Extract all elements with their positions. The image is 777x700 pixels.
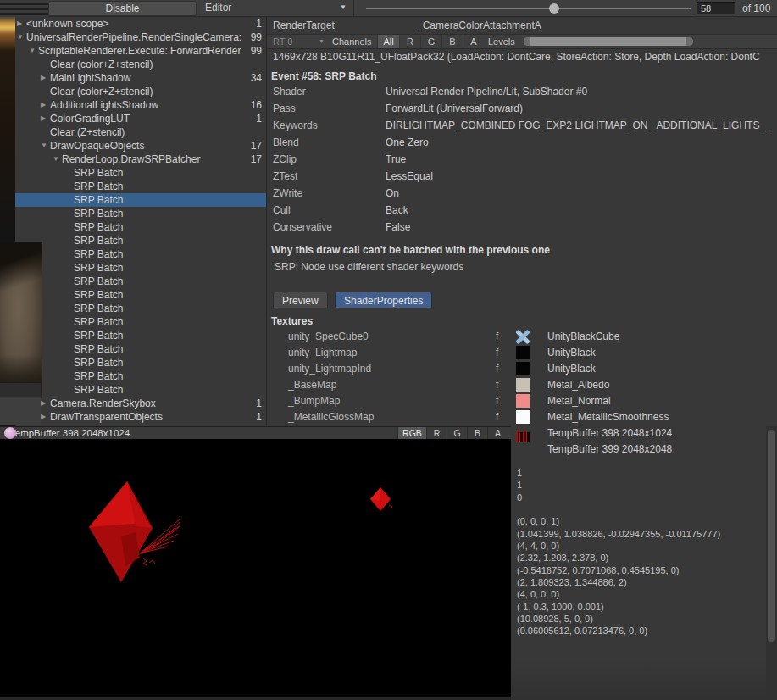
preview-channel-button-b[interactable]: B xyxy=(467,427,487,440)
state-row-conservative: ConservativeFalse xyxy=(267,221,775,235)
tab-preview[interactable]: Preview xyxy=(273,292,328,308)
tree-row[interactable]: SRP Batch xyxy=(15,302,266,315)
levels-max-handle[interactable] xyxy=(686,37,693,46)
expand-icon[interactable]: ▶ xyxy=(41,112,46,125)
tree-row[interactable]: Clear (color+Z+stencil) xyxy=(15,85,266,98)
tree-row-count: 16 xyxy=(251,98,262,112)
texture-thumbnail-icon[interactable] xyxy=(516,410,530,424)
tree-row[interactable]: ▼RenderLoop.DrawSRPBatcher17 xyxy=(15,153,266,166)
expand-icon[interactable]: ▶ xyxy=(41,397,46,410)
render-preview-viewport[interactable] xyxy=(0,439,511,697)
scrollbar-thumb[interactable] xyxy=(768,430,775,642)
state-key: Pass xyxy=(273,103,296,114)
tree-row[interactable]: ▶ColorGradingLUT1 xyxy=(15,112,266,125)
panel-fade xyxy=(511,661,777,700)
tree-row[interactable]: SRP Batch xyxy=(15,383,266,397)
tree-row-label: SRP Batch xyxy=(74,356,123,369)
collapse-icon[interactable]: ▼ xyxy=(41,139,47,153)
event-title: Event #58: SRP Batch xyxy=(271,70,377,82)
tree-row[interactable]: SRP Batch xyxy=(15,329,266,342)
tab-shaderproperties[interactable]: ShaderProperties xyxy=(335,292,432,308)
channel-button-g[interactable]: G xyxy=(420,35,441,48)
tree-row[interactable]: SRP Batch xyxy=(15,261,266,275)
tree-row-label: Camera.RenderSkybox xyxy=(50,397,156,410)
state-value: One Zero xyxy=(386,136,774,148)
texture-flag: f xyxy=(496,329,498,344)
tree-row[interactable]: SRP Batch xyxy=(15,234,266,247)
tree-row[interactable]: Clear (Z+stencil) xyxy=(15,125,266,139)
texture-row: unity_LightmapfUnityBlack xyxy=(267,345,777,360)
texture-row: unity_LightmapIndfUnityBlack xyxy=(267,361,777,376)
preview-channel-button-r[interactable]: R xyxy=(426,427,447,440)
texture-thumbnail-icon[interactable] xyxy=(516,346,530,359)
tree-row[interactable]: ▼DrawOpaqueObjects17 xyxy=(15,139,266,153)
tree-row[interactable]: SRP Batch xyxy=(15,342,266,356)
tree-row[interactable]: SRP Batch xyxy=(15,247,266,261)
disable-button[interactable]: Disable xyxy=(48,1,197,16)
tree-row[interactable]: ▶Camera.RenderSkybox1 xyxy=(15,397,266,410)
tree-row[interactable]: SRP Batch xyxy=(15,369,266,383)
levels-range-slider[interactable] xyxy=(524,37,693,46)
state-key: ZWrite xyxy=(273,187,302,199)
texture-row: _MetallicGlossMapfMetal_MetallicSmoothne… xyxy=(267,409,777,425)
tree-row[interactable]: ▶MainLightShadow34 xyxy=(15,71,266,85)
expand-icon[interactable]: ▶ xyxy=(41,98,46,112)
expand-icon[interactable]: ▶ xyxy=(41,71,46,85)
tree-row[interactable]: SRP Batch xyxy=(15,288,266,302)
texture-flag: f xyxy=(496,345,498,360)
tree-row[interactable]: SRP Batch xyxy=(15,180,266,193)
channel-button-r[interactable]: R xyxy=(399,35,420,48)
state-row-zwrite: ZWriteOn xyxy=(267,187,775,201)
channel-button-b[interactable]: B xyxy=(441,35,463,48)
preview-channel-button-g[interactable]: G xyxy=(447,427,467,440)
tree-row[interactable]: ▼UniversalRenderPipeline.RenderSingleCam… xyxy=(15,31,266,44)
levels-min-handle[interactable] xyxy=(524,37,530,46)
preview-channel-button-rgb[interactable]: RGB xyxy=(397,427,426,440)
texture-thumbnail-icon[interactable] xyxy=(516,378,530,392)
texture-thumbnail-icon[interactable] xyxy=(516,362,530,375)
channel-button-all[interactable]: All xyxy=(377,35,399,48)
frame-slider-handle[interactable] xyxy=(549,3,559,14)
tree-row[interactable]: SRP Batch xyxy=(15,356,266,369)
tree-row[interactable]: ▶AdditionalLightsShadow16 xyxy=(15,98,266,112)
tree-row[interactable]: SRP Batch xyxy=(15,193,266,207)
tree-row[interactable]: ▶DrawTransparentObjects1 xyxy=(15,410,266,424)
texture-thumbnail-icon[interactable] xyxy=(516,394,530,408)
state-row-blend: BlendOne Zero xyxy=(267,136,775,150)
tree-row[interactable]: SRP Batch xyxy=(15,207,266,220)
target-selector-dropdown[interactable]: Editor ▼ xyxy=(197,0,353,17)
state-key: ZTest xyxy=(273,170,297,182)
tree-row-label: SRP Batch xyxy=(74,369,123,383)
tree-row[interactable]: Clear (color+Z+stencil) xyxy=(15,58,266,71)
tree-row-count: 1 xyxy=(256,410,262,424)
frame-slider[interactable] xyxy=(366,8,691,9)
collapse-icon[interactable]: ▼ xyxy=(53,153,59,166)
collapse-icon[interactable]: ▼ xyxy=(29,44,36,58)
frame-number-input[interactable]: 58 xyxy=(697,2,735,14)
chevron-down-icon: ▼ xyxy=(319,38,325,44)
tree-row[interactable]: SRP Batch xyxy=(15,315,266,329)
tree-row[interactable]: ▶<unknown scope>1 xyxy=(15,17,266,31)
shader-property-values: 110(0, 0, 0, 1)(1.041399, 1.038826, -0.0… xyxy=(517,467,720,637)
expand-icon[interactable]: ▶ xyxy=(41,410,46,424)
collapse-icon[interactable]: ▼ xyxy=(17,31,24,44)
rt-index-dropdown[interactable]: RT 0 xyxy=(273,36,292,47)
tree-row-label: SRP Batch xyxy=(74,315,123,329)
preview-header: TempBuffer 398 2048x1024 RGBRGBA xyxy=(0,426,511,439)
preview-channel-button-a[interactable]: A xyxy=(487,427,508,440)
tree-row[interactable]: ▼ScriptableRenderer.Execute: ForwardRend… xyxy=(15,44,266,58)
property-value-line: (2, 1.809323, 1.344886, 2) xyxy=(517,576,720,588)
tree-row-label: MainLightShadow xyxy=(50,71,130,85)
tree-row-label: Clear (color+Z+stencil) xyxy=(50,58,153,71)
frame-debugger-window: Disable Editor ▼ 58 of 100 ▶<unknown sco… xyxy=(0,0,777,700)
channel-button-a[interactable]: A xyxy=(463,35,484,48)
vertical-scrollbar[interactable] xyxy=(766,426,777,700)
property-value-line: 1 xyxy=(517,479,720,491)
tree-row[interactable]: SRP Batch xyxy=(15,166,266,180)
state-key: Cull xyxy=(273,204,291,216)
tree-row[interactable]: SRP Batch xyxy=(15,220,266,234)
expand-icon[interactable]: ▶ xyxy=(17,17,22,31)
textures-section-title: Textures xyxy=(271,315,313,327)
tree-row[interactable]: SRP Batch xyxy=(15,275,266,288)
scene-view-background xyxy=(0,0,48,17)
